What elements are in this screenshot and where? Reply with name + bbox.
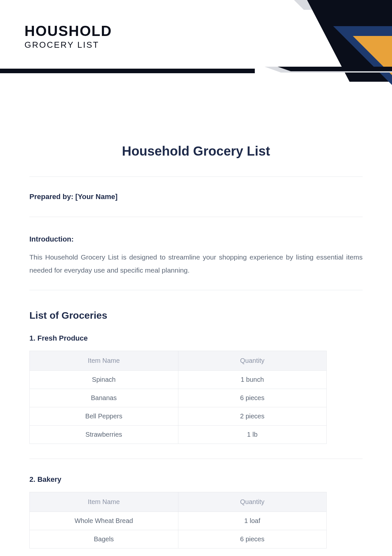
svg-marker-3 bbox=[353, 36, 392, 75]
divider bbox=[29, 217, 363, 217]
logo-main: HOUSHOLD bbox=[24, 23, 112, 39]
svg-marker-0 bbox=[294, 0, 392, 10]
table-header-item: Item Name bbox=[30, 492, 178, 512]
cell-item: Spinach bbox=[30, 370, 178, 389]
cell-item: Strawberries bbox=[30, 425, 178, 444]
table-row: Bell Peppers2 pieces bbox=[30, 407, 327, 425]
table-row: Bananas6 pieces bbox=[30, 389, 327, 407]
svg-marker-4 bbox=[265, 67, 392, 73]
header-rule bbox=[0, 69, 255, 73]
divider bbox=[29, 459, 363, 459]
prepared-by-label: Prepared by: bbox=[29, 193, 75, 201]
page-title: Household Grocery List bbox=[29, 144, 363, 159]
prepared-by: Prepared by: [Your Name] bbox=[29, 193, 363, 201]
table-row: Bagels6 pieces bbox=[30, 530, 327, 548]
logo-sub: GROCERY LIST bbox=[24, 40, 112, 50]
cell-qty: 6 pieces bbox=[178, 389, 327, 407]
cell-qty: 1 bunch bbox=[178, 370, 327, 389]
cell-qty: 6 pieces bbox=[178, 530, 327, 548]
logo-block: HOUSHOLD GROCERY LIST bbox=[24, 23, 112, 50]
cell-qty: 2 pieces bbox=[178, 407, 327, 425]
cell-item: Bananas bbox=[30, 389, 178, 407]
table-header-qty: Quantity bbox=[178, 492, 327, 512]
svg-marker-5 bbox=[278, 67, 392, 71]
table-header-item: Item Name bbox=[30, 351, 178, 370]
grocery-table: Item NameQuantitySpinach1 bunchBananas6 … bbox=[29, 351, 327, 444]
prepared-by-value: [Your Name] bbox=[75, 193, 118, 201]
table-row: Whole Wheat Bread1 loaf bbox=[30, 512, 327, 530]
intro-label: Introduction: bbox=[29, 235, 363, 244]
cell-item: Bell Peppers bbox=[30, 407, 178, 425]
grocery-table: Item NameQuantityWhole Wheat Bread1 loaf… bbox=[29, 492, 327, 548]
intro-text: This Household Grocery List is designed … bbox=[29, 251, 363, 277]
subsection-title: 1. Fresh Produce bbox=[29, 334, 363, 343]
divider bbox=[29, 177, 363, 177]
svg-marker-1 bbox=[307, 0, 392, 82]
cell-qty: 1 loaf bbox=[178, 512, 327, 530]
table-header-qty: Quantity bbox=[178, 351, 327, 370]
cell-item: Whole Wheat Bread bbox=[30, 512, 178, 530]
section-title: List of Groceries bbox=[29, 310, 363, 321]
divider bbox=[29, 290, 363, 290]
svg-marker-2 bbox=[333, 26, 392, 85]
table-row: Strawberries1 lb bbox=[30, 425, 327, 444]
table-row: Spinach1 bunch bbox=[30, 370, 327, 389]
cell-qty: 1 lb bbox=[178, 425, 327, 444]
subsection-title: 2. Bakery bbox=[29, 475, 363, 484]
cell-item: Bagels bbox=[30, 530, 178, 548]
